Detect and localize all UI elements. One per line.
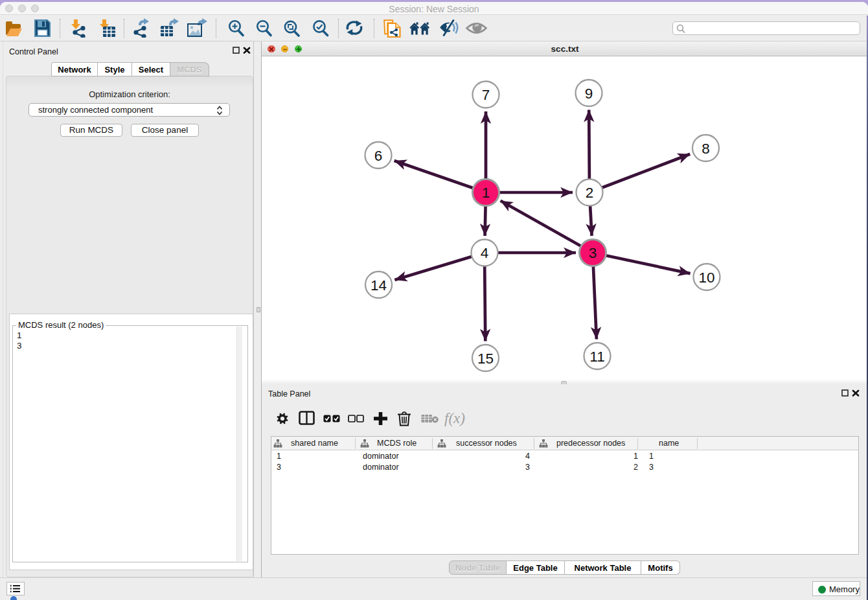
svg-text:2: 2 — [586, 185, 594, 201]
svg-text:15: 15 — [477, 351, 494, 367]
svg-text:6: 6 — [374, 148, 383, 164]
svg-text:10: 10 — [698, 270, 714, 286]
svg-text:3: 3 — [589, 245, 597, 261]
svg-text:4: 4 — [481, 245, 489, 261]
svg-text:14: 14 — [371, 277, 387, 294]
svg-text:11: 11 — [589, 349, 604, 365]
svg-text:9: 9 — [585, 86, 593, 102]
svg-text:1: 1 — [482, 185, 490, 201]
svg-text:8: 8 — [702, 141, 710, 157]
svg-text:7: 7 — [482, 87, 490, 103]
